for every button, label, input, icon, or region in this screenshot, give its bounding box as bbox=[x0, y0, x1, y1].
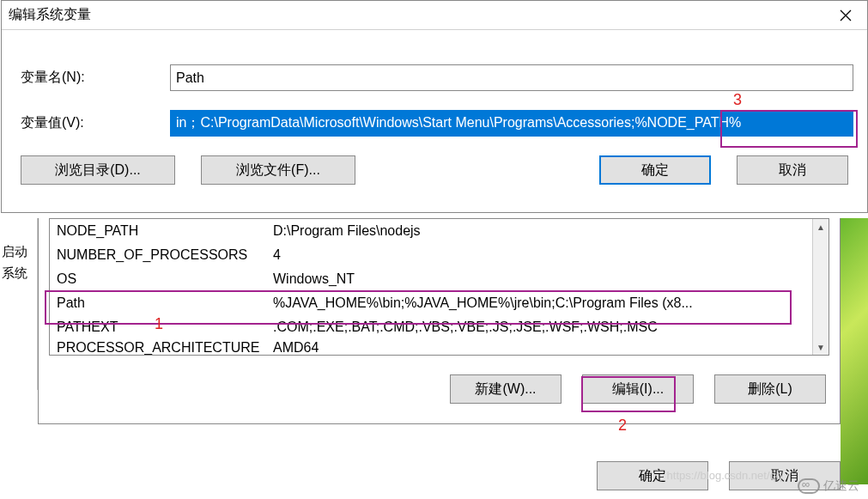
env-value-cell: Windows_NT bbox=[273, 271, 829, 287]
env-name-cell: NODE_PATH bbox=[50, 223, 273, 239]
browse-directory-button[interactable]: 浏览目录(D)... bbox=[21, 155, 175, 185]
table-row[interactable]: PATHEXT .COM;.EXE;.BAT;.CMD;.VBS;.VBE;.J… bbox=[50, 315, 829, 339]
ok-button[interactable]: 确定 bbox=[599, 155, 711, 185]
env-name-cell: Path bbox=[50, 295, 273, 311]
env-value-cell: .COM;.EXE;.BAT;.CMD;.VBS;.VBE;.JS;.JSE;.… bbox=[273, 319, 829, 335]
edit-variable-dialog: 编辑系统变量 变量名(N): 变量值(V): 浏览目录(D)... 浏览文件(F… bbox=[1, 0, 868, 213]
watermark: 亿速云 bbox=[798, 478, 859, 494]
back-text-1: 启动 bbox=[2, 244, 35, 260]
env-variables-panel: NODE_PATH D:\Program Files\nodejs NUMBER… bbox=[38, 218, 841, 424]
cloud-icon bbox=[798, 478, 820, 494]
variable-value-input[interactable] bbox=[170, 110, 853, 137]
back-window-fragment: 启动 系统 bbox=[0, 218, 38, 390]
desktop-background-strip bbox=[841, 218, 868, 484]
table-row[interactable]: OS Windows_NT bbox=[50, 267, 829, 291]
new-button[interactable]: 新建(W)... bbox=[450, 374, 561, 404]
table-row[interactable]: PROCESSOR_ARCHITECTURE AMD64 bbox=[50, 339, 829, 356]
env-value-cell: %JAVA_HOME%\bin;%JAVA_HOME%\jre\bin;C:\P… bbox=[273, 295, 829, 311]
back-text-2: 系统 bbox=[2, 265, 35, 282]
env-value-cell: 4 bbox=[273, 247, 829, 263]
env-name-cell: NUMBER_OF_PROCESSORS bbox=[50, 247, 273, 263]
env-name-cell: PATHEXT bbox=[50, 319, 273, 335]
cancel-button[interactable]: 取消 bbox=[737, 155, 848, 185]
scroll-up-icon[interactable]: ▲ bbox=[813, 219, 829, 234]
variable-value-label: 变量值(V): bbox=[15, 114, 170, 132]
titlebar: 编辑系统变量 bbox=[2, 1, 867, 30]
faded-url: https://blog.csdn.net/qq bbox=[667, 469, 782, 482]
env-name-cell: OS bbox=[50, 271, 273, 287]
scrollbar[interactable]: ▲ ▼ bbox=[812, 219, 829, 355]
table-row[interactable]: NUMBER_OF_PROCESSORS 4 bbox=[50, 243, 829, 267]
watermark-text: 亿速云 bbox=[823, 478, 859, 494]
env-name-cell: PROCESSOR_ARCHITECTURE bbox=[50, 340, 273, 356]
delete-button[interactable]: 删除(L) bbox=[714, 374, 826, 404]
dialog-title: 编辑系统变量 bbox=[9, 6, 91, 24]
browse-file-button[interactable]: 浏览文件(F)... bbox=[201, 155, 355, 185]
env-value-cell: AMD64 bbox=[273, 340, 829, 356]
variable-name-label: 变量名(N): bbox=[15, 69, 170, 87]
table-row[interactable]: NODE_PATH D:\Program Files\nodejs bbox=[50, 219, 829, 243]
env-variables-list[interactable]: NODE_PATH D:\Program Files\nodejs NUMBER… bbox=[49, 218, 829, 356]
variable-name-input[interactable] bbox=[170, 64, 853, 91]
table-row[interactable]: Path %JAVA_HOME%\bin;%JAVA_HOME%\jre\bin… bbox=[50, 291, 829, 315]
edit-button[interactable]: 编辑(I)... bbox=[582, 374, 694, 404]
scroll-down-icon[interactable]: ▼ bbox=[813, 339, 829, 355]
close-icon[interactable] bbox=[824, 1, 867, 29]
env-value-cell: D:\Program Files\nodejs bbox=[273, 223, 829, 239]
